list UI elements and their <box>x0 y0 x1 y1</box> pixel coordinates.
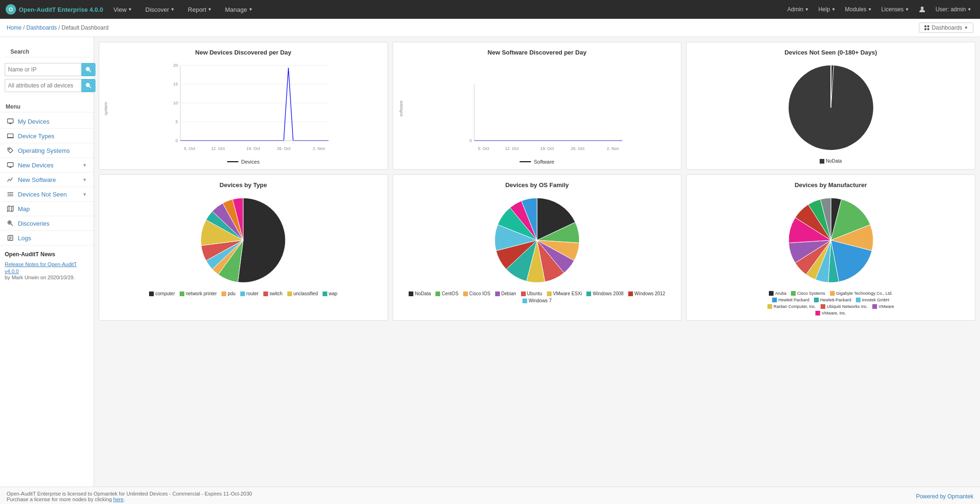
nav-user-icon <box>916 4 929 15</box>
devices-not-seen-legend: NoData <box>820 158 842 164</box>
legend-item-gigabyte-technology-co.,-ltd.: Gigabyte Technology Co., Ltd. <box>830 291 893 296</box>
new-devices-label: New Devices <box>18 162 54 169</box>
devices-legend-label: Devices <box>241 159 260 165</box>
svg-text:19. Oct: 19. Oct <box>540 146 554 151</box>
sidebar-item-my-devices[interactable]: My Devices <box>0 114 94 129</box>
svg-text:19. Oct: 19. Oct <box>246 146 261 151</box>
logs-icon <box>7 234 14 242</box>
discoveries-label: Discoveries <box>18 220 49 227</box>
devices-by-os-chart-card: Devices by OS Family NoDataCentOSCisco I… <box>393 174 682 321</box>
devices-by-os-pie: NoDataCentOSCisco IOSDebianUbuntuVMware … <box>398 193 677 303</box>
svg-text:2. Nov: 2. Nov <box>313 146 325 151</box>
sidebar-item-discoveries[interactable]: Discoveries <box>0 216 94 231</box>
nav-report[interactable]: Report ▼ <box>185 4 215 15</box>
new-software-line-chart: 0 5. Oct 12. Oct 19. Oct 26. Oct 2. Nov <box>408 61 677 155</box>
devices-by-mfr-svg <box>784 193 878 287</box>
main-layout: Search Menu <box>0 37 980 487</box>
sidebar-item-logs[interactable]: Logs <box>0 231 94 245</box>
nav-admin[interactable]: Admin ▼ <box>784 4 812 15</box>
swatch <box>409 291 413 296</box>
legend-item-windows-2012: Windows 2012 <box>628 291 665 296</box>
new-software-legend: Software <box>398 159 677 165</box>
legend-item-unclassified: unclassified <box>287 291 318 296</box>
svg-text:26. Oct: 26. Oct <box>277 146 291 151</box>
legend-item-debian: Debian <box>495 291 516 296</box>
breadcrumb-dashboards[interactable]: Dashboards <box>26 24 57 31</box>
legend-item-hewlett-packard: Hewlett-Packard <box>814 298 851 302</box>
sidebar-item-new-software[interactable]: New Software ▼ <box>0 173 94 187</box>
new-software-axis-label: software <box>399 100 403 116</box>
legend-item-pdu: pdu <box>221 291 236 296</box>
sidebar: Search Menu <box>0 37 94 487</box>
nav-modules[interactable]: Modules ▼ <box>842 4 875 15</box>
logs-label: Logs <box>18 235 31 242</box>
sidebar-item-map[interactable]: Map <box>0 202 94 216</box>
sidebar-item-operating-systems[interactable]: Operating Systems <box>0 143 94 158</box>
svg-rect-15 <box>8 163 13 167</box>
legend-item-windows-7: Windows 7 <box>522 298 552 303</box>
svg-point-0 <box>921 7 924 9</box>
sidebar-item-device-types[interactable]: Device Types <box>0 129 94 143</box>
devices-not-seen-chart-card: Devices Not Seen (0-180+ Days) NoData <box>686 42 975 170</box>
news-section: Open-AuditT News Release Notes for Open-… <box>0 247 94 284</box>
nav-discover[interactable]: Discover ▼ <box>142 4 178 15</box>
svg-rect-9 <box>8 119 13 123</box>
my-devices-label: My Devices <box>18 118 49 125</box>
search-area: Search <box>0 42 94 99</box>
legend-item-centos: CentOS <box>435 291 458 296</box>
nav-help[interactable]: Help ▼ <box>815 4 838 15</box>
svg-text:2. Nov: 2. Nov <box>607 146 619 151</box>
new-devices-chart-card: New Devices Discovered per Day system 0 … <box>99 42 388 170</box>
sidebar-item-devices-not-seen[interactable]: Devices Not Seen ▼ <box>0 187 94 202</box>
swatch <box>586 291 591 296</box>
devices-by-mfr-pie: ArubaCisco SystemsGigabyte Technology Co… <box>691 193 970 315</box>
news-link[interactable]: Release Notes for Open-AuditT v4.0.0 <box>5 261 77 274</box>
devices-not-seen-label: Devices Not Seen <box>18 191 67 198</box>
devices-by-type-svg <box>196 193 290 287</box>
legend-item-vmware,-inc.: VMware, Inc. <box>815 311 846 315</box>
tag-icon <box>7 147 14 154</box>
svg-text:5: 5 <box>175 119 178 124</box>
dashboards-button[interactable]: Dashboards ▼ <box>919 23 973 33</box>
new-devices-chart-title: New Devices Discovered per Day <box>104 49 383 56</box>
attr-search-button[interactable] <box>81 79 95 92</box>
swatch <box>815 311 820 315</box>
swatch <box>830 291 835 296</box>
swatch <box>872 304 877 309</box>
devices-by-os-legend: NoDataCentOSCisco IOSDebianUbuntuVMware … <box>398 291 677 303</box>
legend-item-vmware-esxi: VMware ESXi <box>547 291 582 296</box>
license-text: Open-AuditT Enterprise is licensed to Op… <box>7 491 252 496</box>
swatch <box>814 298 819 302</box>
svg-point-7 <box>86 83 89 87</box>
nav-user[interactable]: User: admin ▼ <box>933 4 974 15</box>
breadcrumb-current: Default Dashboard <box>62 24 109 31</box>
svg-text:0: 0 <box>175 138 178 143</box>
devices-legend-line <box>227 161 238 162</box>
svg-rect-3 <box>925 28 926 30</box>
nav-manage[interactable]: Manage ▼ <box>222 4 255 15</box>
nav-view[interactable]: View ▼ <box>111 4 135 15</box>
name-search-button[interactable] <box>81 63 95 76</box>
navbar: O Open-AuditT Enterprise 4.0.0 View ▼ Di… <box>0 0 980 19</box>
svg-text:15: 15 <box>173 82 178 87</box>
attr-search-input[interactable] <box>5 79 81 92</box>
swatch <box>769 291 774 296</box>
svg-rect-4 <box>927 28 929 30</box>
swatch <box>287 291 292 296</box>
nav-licenses[interactable]: Licenses ▼ <box>878 4 912 15</box>
new-software-chart-title: New Software Discovered per Day <box>398 49 677 56</box>
svg-text:5. Oct: 5. Oct <box>184 146 196 151</box>
svg-rect-12 <box>8 134 13 138</box>
devices-by-type-pie: computernetwork printerpdurouterswitchun… <box>104 193 383 296</box>
purchase-link[interactable]: here <box>113 496 124 502</box>
sidebar-item-new-devices[interactable]: New Devices ▼ <box>0 158 94 173</box>
legend-item-router: router <box>240 291 259 296</box>
svg-text:0: 0 <box>469 138 472 143</box>
devices-by-mfr-chart-card: Devices by Manufacturer ArubaCisco Syste… <box>686 174 975 321</box>
name-search-input[interactable] <box>5 63 81 76</box>
devices-not-seen-pie: NoData <box>691 61 970 164</box>
swatch <box>435 291 440 296</box>
svg-text:26. Oct: 26. Oct <box>570 146 585 151</box>
breadcrumb-home[interactable]: Home <box>7 24 22 31</box>
device-types-label: Device Types <box>18 133 55 140</box>
